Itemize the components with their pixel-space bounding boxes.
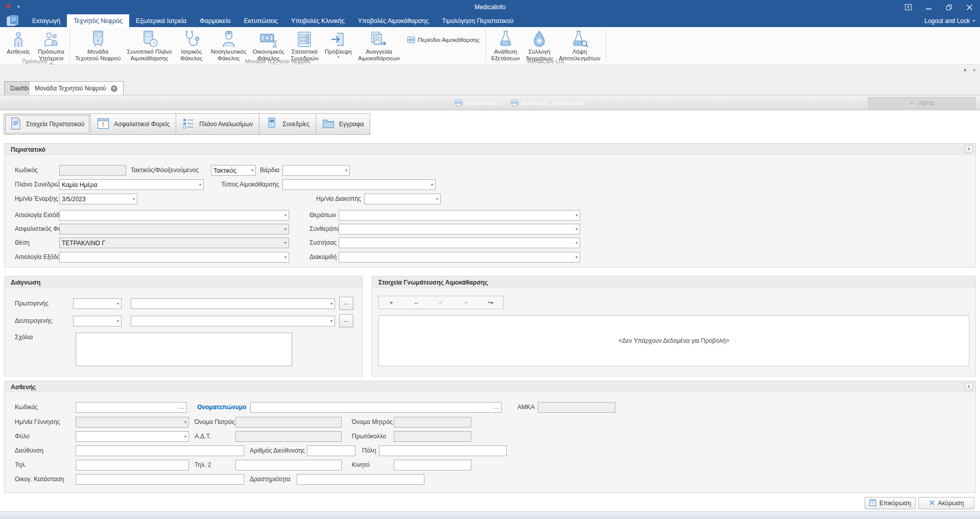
nursing-file-button[interactable]: Νοσηλευτικός Φάκελος: [208, 28, 250, 63]
phone-input[interactable]: [76, 460, 189, 470]
close-tab-icon[interactable]: ✕: [111, 85, 117, 92]
back-arrow-icon: ↩: [910, 99, 915, 107]
address-number-input[interactable]: [307, 445, 355, 456]
svg-text:!: !: [102, 121, 104, 128]
restore-button[interactable]: [945, 4, 952, 11]
dialysis-periods-button[interactable]: Περίοδοι Αιμοκάθαρσης: [403, 35, 484, 45]
marital-status-input[interactable]: [76, 474, 244, 485]
title-bar: ▾ Medicalinfo: [0, 0, 980, 14]
field-label: Τακτικός/Φιλοξενούμενος: [131, 167, 199, 174]
financial-file-button[interactable]: Οικονομικός Φάκελος: [250, 28, 288, 63]
collapse-section-icon[interactable]: ∧: [965, 383, 973, 390]
position-select[interactable]: ΤΕΤΡΑΚΛΙΝΟ Γ: [59, 238, 289, 248]
address-input[interactable]: [76, 445, 244, 456]
tab-list-chevron-icon[interactable]: ▾: [964, 67, 967, 74]
ribbon-tab-eisagogi[interactable]: Εισαγωγή: [26, 14, 67, 27]
application-button[interactable]: [0, 14, 26, 27]
insurance-fund-select[interactable]: [59, 224, 289, 234]
secondary-diagnosis-select[interactable]: [131, 316, 335, 326]
ribbon-tab-farmakeio[interactable]: Φαρμακείο: [193, 14, 237, 27]
subtab-eggrafa[interactable]: Εγγραφα: [316, 113, 371, 135]
subtab-plano-analosimon[interactable]: Πλάνο Αναλωσίμων: [176, 113, 259, 135]
secondary-diagnosis-browse-button[interactable]: ...: [339, 314, 353, 327]
birth-date-select[interactable]: [76, 417, 189, 428]
co-doctor-select[interactable]: [339, 224, 580, 234]
primary-diagnosis-browse-button[interactable]: ...: [339, 297, 353, 310]
print-button[interactable]: Εκτυπώσεις▾: [455, 98, 504, 108]
city-input[interactable]: [379, 445, 507, 456]
secondary-diagnosis-code-select[interactable]: [73, 316, 122, 326]
ribbon-tab-ypovoles-aimokatharsis[interactable]: Υποβολές Αιμοκάθαρσης: [351, 14, 436, 27]
dialysis-unit-button[interactable]: Μονάδα Τεχνητού Νεφρού: [72, 28, 124, 63]
assign-tests-button[interactable]: Ανάθεση Εξετάσεων: [488, 28, 523, 63]
session-statistics-button[interactable]: Στατιστικά Συνεδριών: [288, 28, 322, 63]
summary-dialysis-plan-button[interactable]: Συνοπτικό Πλάνο Αιμοκάθαρσης: [124, 28, 175, 63]
subtab-synedries[interactable]: Συνεδρίες: [259, 113, 316, 135]
attending-doctor-select[interactable]: [339, 210, 580, 221]
session-plan-select[interactable]: Καμία Ημέρα: [59, 179, 204, 190]
get-results-button[interactable]: Λήψη Αποτελεσμάτων: [556, 28, 604, 63]
subtab-stoixeia-peristatikou[interactable]: Στοιχεία Περιστατικού: [4, 113, 91, 135]
field-label: Κωδικός: [15, 167, 38, 174]
field-label: Ημ/νία Γέννησης: [15, 418, 60, 426]
group-label-monada: Μονάδα Τεχνητού Νεφρού: [70, 58, 486, 64]
mother-name-input[interactable]: [394, 417, 471, 428]
ribbon-tab-exoterika-iatreia[interactable]: Εξωτερικά Ιατρεία: [129, 14, 193, 27]
ribbon-tab-ypovoles-klinikis[interactable]: Υποβολές Κλινικής: [284, 14, 351, 27]
case-code-input[interactable]: [59, 165, 126, 176]
people-icon: [43, 29, 59, 48]
ribbon-tab-texnitos-nefros[interactable]: Τεχνητός Νεφρός: [67, 14, 129, 27]
ribbon-tab-ektyposeis[interactable]: Εκτυπώσεις: [237, 14, 284, 27]
medical-file-button[interactable]: Ιατρικός Φάκελος: [175, 28, 208, 63]
father-name-input[interactable]: [235, 417, 342, 428]
minimize-button[interactable]: [925, 4, 932, 11]
cancel-edit-button[interactable]: ×: [458, 299, 473, 306]
delete-row-button[interactable]: –: [409, 299, 424, 306]
subtab-asfalistikoi-foreis[interactable]: ! Ασφαλιστικοί Φορείς: [90, 113, 176, 135]
add-row-button[interactable]: +: [384, 299, 399, 306]
referrer-select[interactable]: [339, 238, 580, 248]
document-icon: [10, 117, 21, 131]
logout-and-lock-button[interactable]: Logout and Lock▾: [924, 14, 975, 27]
occupation-input[interactable]: [297, 474, 424, 485]
shift-select[interactable]: [282, 165, 350, 176]
full-name-input[interactable]: [250, 402, 501, 413]
cancel-button[interactable]: Ακύρωση: [918, 497, 974, 509]
patients-button[interactable]: Ασθενείς: [2, 28, 35, 56]
mobile-input[interactable]: [394, 460, 471, 470]
close-button[interactable]: [966, 4, 973, 11]
gnomateusi-grid[interactable]: <Δεν Υπάρχουν Δεδομένα για Προβολή>: [378, 315, 969, 366]
entry-reason-select[interactable]: [59, 210, 289, 221]
stop-date-select[interactable]: [364, 194, 441, 204]
collect-samples-button[interactable]: Συλλογή δειγμάτων: [523, 28, 556, 63]
id-card-input[interactable]: [235, 431, 342, 442]
phone2-input[interactable]: [235, 460, 342, 470]
close-document-icon[interactable]: ×: [973, 67, 976, 74]
collapse-section-icon[interactable]: ∧: [965, 145, 973, 153]
validate-button[interactable]: Επικύρωση: [865, 497, 916, 509]
list-button[interactable]: ↩ Λίστα: [868, 97, 975, 109]
comments-textarea[interactable]: [76, 333, 292, 366]
forecast-button[interactable]: Πρόβλεψη ▾: [322, 28, 355, 60]
start-date-select[interactable]: 3/5/2023: [59, 194, 137, 204]
regular-guest-select[interactable]: Τακτικός: [211, 165, 256, 176]
transfer-select[interactable]: [339, 252, 580, 263]
refresh-button[interactable]: ↪: [483, 299, 498, 306]
primary-diagnosis-code-select[interactable]: [73, 298, 122, 309]
protocol-input[interactable]: [394, 431, 471, 442]
patient-code-input[interactable]: [76, 402, 187, 413]
dynamic-print-button[interactable]: Δυναμικές Εκτυπώσεις▾: [511, 98, 590, 108]
ribbon-group-monada: Μονάδα Τεχνητού Νεφρού Συνοπτικό Πλάνο Α…: [70, 27, 486, 64]
case-subtabs: Στοιχεία Περιστατικού ! Ασφαλιστικοί Φορ…: [4, 113, 370, 135]
exit-reason-select[interactable]: [59, 252, 289, 263]
ribbon-display-options-icon[interactable]: [904, 4, 912, 11]
dialysis-announcement-button[interactable]: Αναγγελία Αιμοκαθάρσεων: [355, 28, 403, 63]
gender-select[interactable]: [76, 431, 189, 442]
tab-monada-texnitou-nefrou[interactable]: Μονάδα Τεχνητού Νεφρού ✕: [29, 81, 124, 95]
ribbon-tab-timologisi[interactable]: Τιμολόγηση Περιστατικού: [436, 14, 520, 27]
gnomateusi-toolbar: + – ✓ × ↪: [378, 296, 504, 309]
amka-input[interactable]: [538, 402, 615, 413]
confirm-edit-button[interactable]: ✓: [433, 299, 448, 306]
primary-diagnosis-select[interactable]: [131, 298, 335, 309]
dialysis-type-select[interactable]: [282, 179, 436, 190]
